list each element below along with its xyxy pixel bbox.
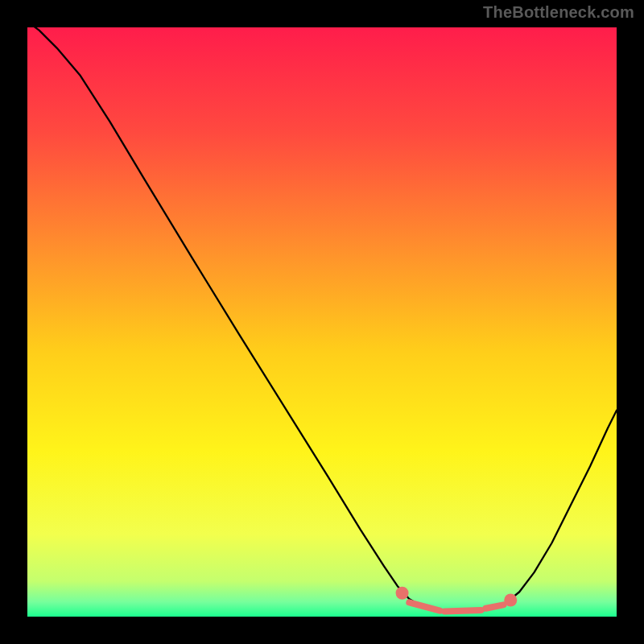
watermark-text: TheBottleneck.com — [483, 3, 634, 22]
svg-point-4 — [504, 594, 517, 607]
gradient-background — [27, 27, 617, 617]
plot-area — [27, 27, 617, 617]
svg-line-2 — [486, 605, 504, 608]
svg-line-1 — [444, 610, 481, 611]
chart-container: TheBottleneck.com — [0, 0, 644, 644]
chart-svg — [27, 27, 617, 617]
svg-point-3 — [396, 587, 409, 600]
